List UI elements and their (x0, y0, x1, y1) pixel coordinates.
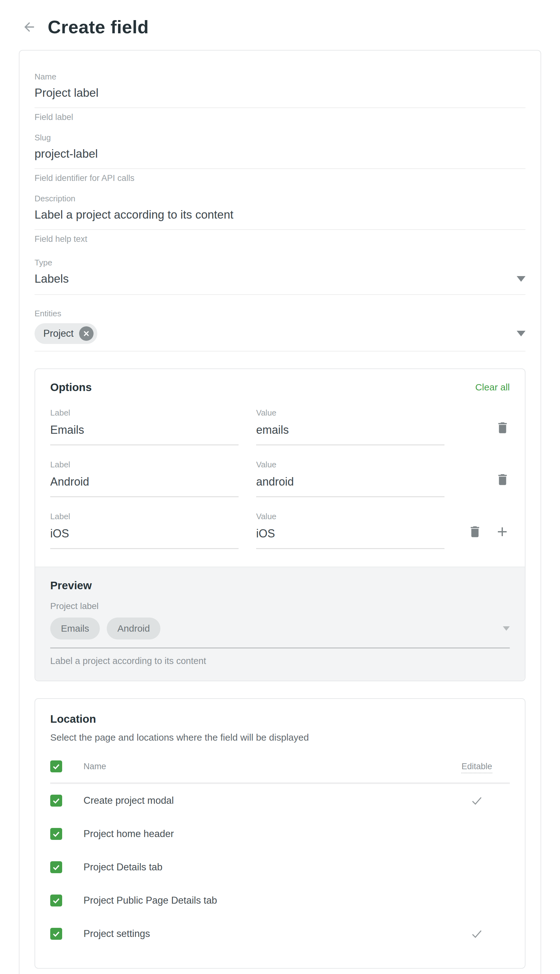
location-row: Project home header (50, 817, 510, 850)
chevron-down-icon (517, 276, 525, 282)
slug-field-helper: Field identifier for API calls (35, 174, 525, 183)
editable-column-header: Editable (444, 762, 510, 772)
check-icon (52, 896, 61, 905)
preview-field-label: Project label (50, 601, 510, 611)
option-row: Label Android Value android (50, 460, 510, 497)
location-checkbox[interactable] (50, 928, 62, 940)
add-option-button[interactable] (495, 524, 510, 539)
location-card: Location Select the page and locations w… (35, 698, 525, 969)
description-field-label: Description (35, 194, 525, 204)
preview-section: Preview Project label Emails Android Lab… (35, 566, 525, 681)
option-label-caption: Label (50, 460, 238, 469)
type-select[interactable]: Labels (35, 272, 525, 295)
option-label-caption: Label (50, 512, 238, 521)
type-field-label: Type (35, 258, 525, 267)
chevron-down-icon (517, 331, 525, 336)
location-row-name: Project home header (83, 828, 174, 840)
entities-select[interactable]: Project (35, 323, 525, 351)
back-button[interactable] (22, 20, 37, 34)
editable-check-icon (444, 927, 510, 941)
delete-option-button[interactable] (495, 473, 510, 487)
options-section: Options Clear all Label Emails Value ema… (35, 369, 525, 566)
option-value-caption: Value (256, 460, 445, 469)
editable-check-icon (444, 794, 510, 807)
name-input[interactable]: Project label (35, 86, 525, 108)
location-row: Create project modal (50, 784, 510, 817)
location-row: Project Details tab (50, 850, 510, 884)
location-subtitle: Select the page and locations where the … (50, 732, 510, 743)
preview-chip: Android (107, 618, 160, 640)
check-icon (52, 929, 61, 939)
create-field-card: Name Project label Field label Slug proj… (19, 50, 541, 974)
type-field-group: Type Labels (35, 258, 525, 295)
preview-select[interactable]: Emails Android (50, 618, 510, 648)
location-table-header: Name Editable (50, 760, 510, 784)
slug-input[interactable]: project-label (35, 147, 525, 169)
select-all-checkbox[interactable] (50, 760, 62, 772)
name-column-header: Name (83, 762, 106, 772)
delete-option-button[interactable] (468, 525, 482, 539)
location-row: Project Public Page Details tab (50, 884, 510, 917)
check-icon (52, 762, 61, 771)
trash-icon (495, 421, 510, 435)
description-input[interactable]: Label a project according to its content (35, 208, 525, 230)
location-checkbox[interactable] (50, 895, 62, 907)
location-row-name: Project Public Page Details tab (83, 895, 217, 906)
page-title: Create field (48, 16, 149, 37)
location-checkbox[interactable] (50, 861, 62, 873)
option-row: Label iOS Value iOS (50, 512, 510, 549)
option-row: Label Emails Value emails (50, 408, 510, 445)
name-field-group: Name Project label Field label (35, 72, 525, 122)
preview-helper: Label a project according to its content (50, 656, 510, 666)
close-icon (83, 330, 90, 337)
name-field-helper: Field label (35, 112, 525, 122)
check-icon (52, 829, 61, 839)
option-label-input[interactable]: Emails (50, 423, 238, 445)
entities-field-group: Entities Project (35, 309, 525, 351)
location-title: Location (50, 713, 510, 725)
location-row-name: Create project modal (83, 795, 174, 806)
entity-chip: Project (35, 323, 97, 344)
arrow-left-icon (22, 20, 37, 34)
location-row: Project settings (50, 917, 510, 951)
clear-all-button[interactable]: Clear all (475, 382, 510, 393)
location-checkbox[interactable] (50, 828, 62, 840)
slug-field-group: Slug project-label Field identifier for … (35, 133, 525, 183)
check-icon (52, 862, 61, 872)
trash-icon (495, 473, 510, 487)
option-label-input[interactable]: Android (50, 475, 238, 497)
location-table: Name Editable Create project modal (50, 760, 510, 951)
option-value-caption: Value (256, 408, 445, 418)
preview-chip: Emails (50, 618, 100, 640)
location-row-name: Project Details tab (83, 862, 163, 873)
option-value-input[interactable]: iOS (256, 527, 445, 549)
entity-chip-label: Project (43, 328, 73, 339)
type-select-value: Labels (35, 272, 69, 286)
option-value-caption: Value (256, 512, 445, 521)
option-label-caption: Label (50, 408, 238, 418)
delete-option-button[interactable] (495, 421, 510, 435)
entities-field-label: Entities (35, 309, 525, 319)
chip-remove-button[interactable] (79, 326, 93, 341)
option-value-input[interactable]: android (256, 475, 445, 497)
trash-icon (468, 525, 482, 539)
page-header: Create field (0, 0, 560, 37)
slug-field-label: Slug (35, 133, 525, 143)
plus-icon (495, 524, 510, 539)
options-card: Options Clear all Label Emails Value ema… (35, 368, 525, 681)
description-field-group: Description Label a project according to… (35, 194, 525, 244)
check-icon (52, 796, 61, 805)
location-row-name: Project settings (83, 928, 150, 939)
name-field-label: Name (35, 72, 525, 82)
option-value-input[interactable]: emails (256, 423, 445, 445)
preview-title: Preview (50, 579, 510, 592)
location-checkbox[interactable] (50, 795, 62, 807)
options-title: Options (50, 381, 92, 394)
option-label-input[interactable]: iOS (50, 527, 238, 549)
description-field-helper: Field help text (35, 234, 525, 244)
chevron-down-icon (503, 626, 510, 631)
